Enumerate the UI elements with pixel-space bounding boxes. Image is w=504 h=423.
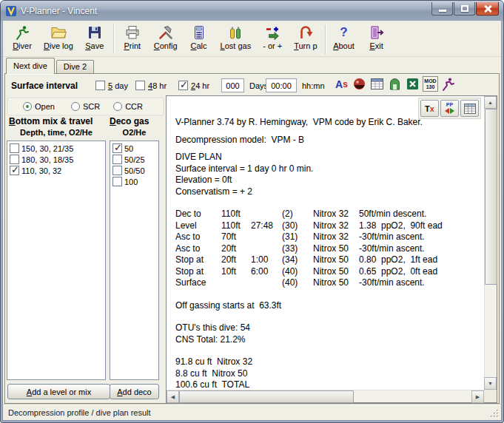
plan-row: Asc to20ft(33)Nitrox 50-30ft/min ascent. [175,243,481,255]
toolbar: Diver Dive log Save Print Config Calc [3,21,501,57]
maximize-button[interactable] [454,2,475,16]
plan-row: Stop at10ft6:00(40)Nitrox 500.65 ppO2, 0… [175,266,481,278]
maximize-icon [461,5,468,12]
about-icon: ? [336,24,352,41]
tab-dive-2[interactable]: Dive 2 [56,60,94,73]
toolbar-button-config[interactable]: Config [149,23,183,52]
bottom-mix-title: Bottom mix & travel [9,116,93,126]
lost-gas-icon [227,24,243,41]
toolbar-button-minus-or-plus[interactable]: - or + [256,23,289,52]
scroll-down-button[interactable]: ▼ [484,377,497,390]
pp-toggle-button[interactable]: PP [440,100,459,117]
dive-tabs: Next dive Dive 2 [6,58,95,74]
toolbar-button-diver[interactable]: Diver [6,23,38,52]
days-input[interactable] [221,78,244,92]
checkbox [112,177,122,186]
ball-icon[interactable] [352,76,367,92]
turn-p-icon [298,24,314,41]
vertical-scroll-thumb[interactable] [485,109,497,285]
bottom-mix-item[interactable]: 150, 30, 21/35 [8,143,104,154]
bottom-mix-list: 150, 30, 21/35 180, 30, 18/35 110, 30, 3… [7,141,106,380]
toolbar-button-lost-gas[interactable]: Lost gas [215,23,257,52]
mode-radio-ccr[interactable]: CCR [113,102,143,111]
dive-mode-group: Open SCR CCR [7,98,164,115]
checkbox [10,155,19,164]
scroll-right-button[interactable]: ▶ [471,390,484,403]
plan-row: Level110ft27:48(30)Nitrox 321.38 ppO2, 9… [175,220,481,232]
toolbar-separator [113,24,114,54]
table-view-button[interactable] [460,100,479,117]
tab-page: Surface interval 5 day 48 hr 24 hr Days … [4,73,500,404]
toolbar-button-exit[interactable]: Exit [360,23,393,52]
time-input[interactable] [266,78,297,92]
save-icon [87,24,103,41]
status-text: Decompression profile / dive plan result [8,408,151,417]
bottom-mix-subtitle: Depth, time, O2/He [7,128,106,137]
toolbar-button-turn-p[interactable]: Turn p [289,23,322,52]
plan-cns-line: CNS Total: 21.2% [175,334,481,346]
radio [113,102,122,111]
toolbar-button-print[interactable]: Print [116,23,149,52]
add-level-or-mix-button[interactable]: Add a level or mix [7,384,110,399]
deco-gas-item[interactable]: 50 [111,143,158,154]
font-icon[interactable]: As [334,76,349,92]
mode-radio-scr[interactable]: SCR [71,102,100,111]
surface-checkbox-24hr[interactable]: 24 hr [178,81,209,90]
mod-130-icon[interactable]: MOD130 [423,76,438,92]
plan-gas-total-line: 100.6 cu ft TOTAL [175,379,481,390]
minus-plus-icon [264,24,280,41]
bottom-mix-item[interactable]: 180, 30, 18/35 [8,154,104,165]
toolbar-button-dive-log[interactable]: Dive log [38,23,78,52]
deco-gas-item[interactable]: 100 [111,176,158,187]
surface-checkbox-48hr[interactable]: 48 hr [135,81,167,90]
units-table-icon[interactable] [369,76,385,92]
deco-gas-item[interactable]: 50/25 [111,154,158,165]
titlebar[interactable]: V-Planner - Vincent [1,1,503,21]
vertical-scrollbar[interactable]: ▲ ▼ [484,96,497,390]
arch-icon[interactable] [387,76,403,92]
excel-icon[interactable] [405,76,420,92]
config-icon [158,24,174,41]
text-format-button[interactable]: Tx [420,100,439,117]
checkbox [178,81,188,90]
minimize-icon [439,10,446,12]
surface-checkbox-5day[interactable]: 5 day [95,81,128,90]
scroll-up-button[interactable]: ▲ [484,96,497,109]
plan-row: Dec to110ft(2)Nitrox 3250ft/min descent. [175,209,481,220]
radio [23,102,32,111]
tab-next-dive[interactable]: Next dive [6,58,55,74]
close-button[interactable] [476,2,499,16]
checkbox [135,81,145,90]
checkbox [10,166,19,175]
minimize-button[interactable] [431,2,453,16]
deco-gas-item[interactable]: 50/50 [111,165,158,176]
toolbar-button-about[interactable]: ? About [328,23,360,52]
scroll-left-button[interactable]: ◀ [167,390,179,403]
plan-line: DIVE PLAN [175,152,481,163]
checkbox [112,166,122,175]
toolbar-button-save[interactable]: Save [78,23,111,52]
plan-model-line: Decompression model: VPM - B [175,135,481,146]
runner-icon[interactable] [440,76,456,92]
toolbar-button-calc[interactable]: Calc [183,23,215,52]
scrollbar-corner [484,390,497,402]
bottom-mix-item[interactable]: 110, 30, 32 [8,165,104,176]
app-icon [5,5,17,17]
dive-plan-output: V-Planner 3.74 by R. Hemingway, VPM code… [166,95,497,403]
checkbox [95,81,105,90]
checkbox [10,143,19,153]
plan-row: Asc to70ft(31)Nitrox 32-30ft/min ascent. [175,231,481,243]
horizontal-scrollbar[interactable]: ◀ ▶ [167,390,484,402]
plan-line: Surface interval = 1 day 0 hr 0 min. [175,163,481,175]
print-icon [124,24,141,41]
deco-gas-subtitle: O2/He [110,128,159,137]
plan-gas-total-line: 8.8 cu ft Nitrox 50 [175,368,481,380]
add-deco-button[interactable]: Add deco [110,384,159,399]
mode-radio-open[interactable]: Open [23,102,55,111]
checkbox [112,143,122,153]
deco-gas-title: Deco gas [110,116,149,126]
time-label: hh:mn [302,81,325,90]
horizontal-scroll-thumb[interactable] [179,390,354,403]
status-bar: Decompression profile / dive plan result [3,404,501,420]
resize-grip[interactable] [490,409,500,419]
